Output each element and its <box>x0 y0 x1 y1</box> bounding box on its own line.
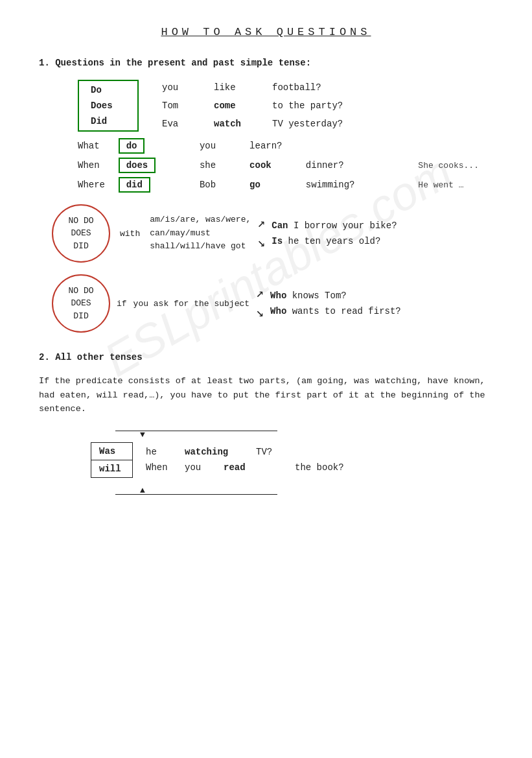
circle2-section: NO DO DOES DID if you ask for the subjec… <box>52 274 493 333</box>
result1: Can I borrow your bike? <box>272 220 397 231</box>
circle1-results: Can I borrow your bike? Is he ten years … <box>272 220 397 246</box>
wh-where: Where <box>78 180 119 190</box>
aux-verb-box: Do Does Did <box>78 80 139 132</box>
verb-learn: learn? <box>249 141 306 151</box>
subject-eva: Eva <box>162 119 214 129</box>
verb-like: like <box>214 82 272 93</box>
verb-watching: watching <box>185 447 256 457</box>
circle1-line1: NO DO <box>68 215 93 228</box>
aux-do-wh: do <box>119 138 145 154</box>
circle2: NO DO DOES DID <box>52 274 110 333</box>
section2-heading: 2. All other tenses <box>39 352 493 362</box>
verb-come: come <box>214 101 272 111</box>
section1-heading: 1. Questions in the present and past sim… <box>39 58 493 68</box>
subject-you2: you <box>185 462 224 473</box>
circle1: NO DO DOES DID <box>52 204 110 263</box>
subject-bob-wh: Bob <box>200 180 249 190</box>
rest-tv: TV yesterday? <box>272 119 389 129</box>
tense-row-was: Was will he watching TV? When you read t… <box>91 442 493 478</box>
verb-watch: watch <box>214 119 272 129</box>
result4: Who wants to read first? <box>270 306 401 316</box>
rest-tv2: TV? <box>256 447 272 457</box>
aux-did-wh: did <box>119 177 150 193</box>
circle1-section: NO DO DOES DID with am/is/are, was/were,… <box>52 204 493 263</box>
circle2-line3: DID <box>68 310 93 323</box>
verb-read: read <box>224 462 295 473</box>
page-title: HOW TO ASK QUESTIONS <box>39 26 493 38</box>
rest-swimming: swimming? <box>306 180 419 190</box>
verb-go: go <box>249 180 306 190</box>
result2: Is he ten years old? <box>272 236 397 246</box>
aux-do: Do <box>86 82 131 98</box>
subject-you: you <box>162 82 214 93</box>
modal-verbs: am/is/are, was/were, can/may/must shall/… <box>150 213 251 254</box>
rest-dinner: dinner? <box>306 160 419 171</box>
circle1-line3: DID <box>68 240 93 253</box>
circle2-results: Who knows Tom? Who wants to read first? <box>270 290 401 316</box>
rest-party: to the party? <box>272 101 389 111</box>
wh-what: What <box>78 141 119 151</box>
subject-tom: Tom <box>162 101 214 111</box>
answer-go: He went … <box>418 180 493 190</box>
aux-does-wh: does <box>119 158 156 173</box>
subject-he: he <box>146 447 185 457</box>
with-label1: with <box>120 229 140 239</box>
subject-she-wh: she <box>200 160 249 171</box>
circle1-line2: DOES <box>68 227 93 240</box>
aux-will: will <box>91 460 132 477</box>
rest-book: the book? <box>295 462 344 473</box>
answer-cook: She cooks... <box>418 161 493 171</box>
subject-label: you ask for the subject <box>133 299 249 309</box>
wh-when: When <box>78 160 119 171</box>
aux-does: Does <box>86 98 131 113</box>
section2-para: If the predicate consists of at least tw… <box>39 374 493 416</box>
wh-when2: When <box>146 462 185 473</box>
if-label: if <box>117 299 127 309</box>
circle2-line1: NO DO <box>68 285 93 298</box>
verb-cook: cook <box>249 160 306 171</box>
circle2-line2: DOES <box>68 297 93 310</box>
result3: Who knows Tom? <box>270 290 401 301</box>
subject-you-wh: you <box>200 141 249 151</box>
aux-did: Did <box>86 113 131 129</box>
rest-football: football? <box>272 82 389 93</box>
tense-box-area: ▼ Was will he watching TV? When <box>91 431 493 495</box>
aux-was: Was <box>91 443 132 460</box>
